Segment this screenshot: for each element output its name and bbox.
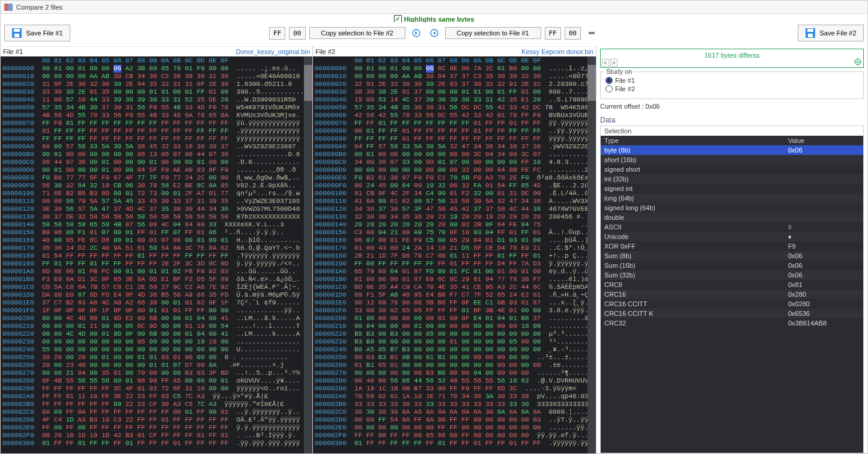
copy-to-file-2-button[interactable]: Copy selection to File #2 — [309, 27, 405, 39]
data-row[interactable]: CRC16 CCITT0x0280 — [601, 299, 863, 309]
data-section-label: Data — [600, 116, 864, 124]
radio-unselected-icon — [605, 85, 613, 92]
hex-panel-right: File #2 Kessy Eeprom donor.bin 00000000 … — [313, 46, 596, 453]
svg-rect-3 — [14, 29, 20, 32]
svg-point-11 — [857, 61, 859, 63]
data-row[interactable]: byte (8b)0x06 — [601, 145, 863, 155]
diff-prev-button[interactable]: < — [602, 59, 609, 67]
zero-fill-left-button[interactable]: 00 — [289, 27, 305, 40]
floppy-icon — [805, 28, 816, 38]
panel-right-label: File #2 — [315, 48, 335, 55]
arrow-left-icon[interactable] — [427, 26, 442, 40]
data-row[interactable]: CRC80x81 — [601, 280, 863, 289]
floppy-icon — [11, 28, 22, 38]
diff-count-box: 1617 bytes differss < > — [600, 49, 864, 68]
file-left-name: Donor_kessy_original.bin — [235, 48, 310, 55]
diff-next-button[interactable]: > — [610, 59, 618, 67]
svg-rect-8 — [807, 29, 813, 32]
data-row[interactable]: ASCII◊ — [601, 222, 863, 232]
data-row[interactable]: Sum (16b)0x06 — [601, 261, 863, 270]
radio-file-1[interactable]: File #1 — [605, 77, 858, 84]
data-row[interactable]: signed short — [601, 165, 863, 174]
scrollbar-left[interactable] — [304, 56, 312, 453]
save-file-1-button[interactable]: Save File #1 — [4, 25, 70, 41]
copy-to-file-1-button[interactable]: Copy selection to File #1 — [445, 27, 541, 39]
svg-rect-4 — [14, 34, 19, 37]
data-row[interactable]: CRC160x280 — [601, 289, 863, 299]
hex-view-right[interactable]: 00000000 00 01 02 03 04 05 06 07 08 09 0… — [313, 56, 587, 453]
save-file-2-button[interactable]: Save File #2 — [798, 25, 864, 41]
svg-rect-0 — [5, 4, 8, 10]
selection-grid: Selection Type Value byte (8b)0x06short … — [600, 126, 864, 453]
data-row[interactable]: Unicode♦ — [601, 232, 863, 241]
diff-count-text: 1617 bytes differss — [604, 52, 860, 59]
data-row[interactable]: int (32b) — [601, 174, 863, 184]
svg-rect-1 — [9, 4, 12, 10]
link-icon[interactable] — [584, 26, 599, 40]
current-offset: Current offset : 0x06 — [600, 103, 864, 110]
ff-fill-right-button[interactable]: FF — [545, 27, 561, 40]
titlebar: Compare 2 files — [1, 1, 867, 14]
data-row[interactable]: double — [601, 213, 863, 222]
radio-selected-icon — [605, 77, 613, 84]
file-right-name: Kessy Eeprom donor.bin — [521, 48, 593, 55]
data-row[interactable]: CRC320x3B614AB8 — [601, 318, 863, 328]
data-row[interactable]: signed int — [601, 184, 863, 193]
study-on-group: Study on File #1 File #2 — [600, 71, 864, 99]
data-row[interactable]: long (64b) — [601, 193, 863, 203]
inspector-panel: 1617 bytes differss < > Study on File #1 — [596, 46, 867, 453]
data-row[interactable]: Sum (8b)0x06 — [601, 251, 863, 261]
grid-header: Type Value — [601, 136, 863, 145]
hex-view-left[interactable]: 00000000 00 01 02 03 04 05 06 07 08 09 0… — [1, 56, 304, 453]
data-row[interactable]: CRC16 CCITT K0x6536 — [601, 309, 863, 318]
ff-fill-left-button[interactable]: FF — [269, 27, 285, 40]
hex-panel-left: File #1 Donor_kessy_original.bin 0000000… — [1, 46, 313, 453]
window-title: Compare 2 files — [16, 4, 62, 11]
svg-rect-9 — [808, 34, 813, 37]
data-row[interactable]: XOR 0xFFF9 — [601, 241, 863, 251]
scrollbar-right[interactable] — [587, 56, 596, 453]
app-icon — [4, 3, 13, 11]
data-row[interactable]: signed long (64b) — [601, 203, 863, 213]
zero-fill-right-button[interactable]: 00 — [565, 27, 581, 40]
toolbar: Save File #1 FF 00 Copy selection to Fil… — [1, 22, 867, 46]
arrow-right-icon[interactable] — [409, 26, 423, 40]
radio-file-2[interactable]: File #2 — [605, 85, 858, 92]
data-row[interactable]: Sum (32b)0x06 — [601, 270, 863, 280]
panel-left-label: File #1 — [3, 48, 23, 55]
target-icon[interactable] — [854, 58, 861, 65]
data-row[interactable]: short (16b) — [601, 155, 863, 165]
